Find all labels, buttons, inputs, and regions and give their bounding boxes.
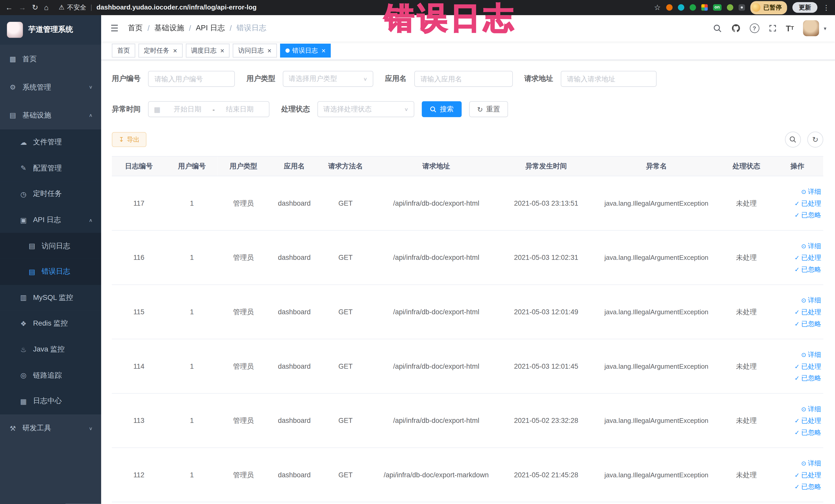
- toggle-search-button[interactable]: [785, 132, 801, 147]
- breadcrumb-item[interactable]: 基础设施: [154, 23, 184, 33]
- processed-link[interactable]: ✓已处理: [773, 251, 821, 263]
- sidebar-item-home[interactable]: ▩首页: [0, 45, 101, 73]
- processed-link[interactable]: ✓已处理: [773, 469, 821, 481]
- tab-job-log[interactable]: 调度日志×: [186, 44, 229, 58]
- timer-icon: ◷: [19, 190, 28, 198]
- cell-exception: java.lang.IllegalArgumentException: [591, 176, 721, 230]
- tab-close-icon[interactable]: ×: [173, 47, 177, 54]
- user-id-input[interactable]: [148, 71, 235, 87]
- tab-close-icon[interactable]: ×: [220, 47, 224, 54]
- sidebar-item-java-monitor[interactable]: ♨Java 监控: [0, 337, 101, 363]
- sidebar-collapse-icon[interactable]: ☰: [101, 23, 128, 34]
- refresh-table-button[interactable]: ↻: [807, 132, 823, 147]
- export-button[interactable]: ↧ 导出: [112, 132, 147, 147]
- check-icon: ✓: [794, 198, 799, 209]
- sidebar-item-error-log[interactable]: ▤错误日志: [0, 259, 101, 285]
- reload-icon[interactable]: ↻: [32, 4, 38, 11]
- request-url-input[interactable]: [561, 71, 656, 87]
- reset-button[interactable]: ↻ 重置: [469, 101, 508, 117]
- tab-job[interactable]: 定时任务×: [138, 44, 182, 58]
- tab-close-icon[interactable]: ×: [267, 47, 271, 54]
- chevron-down-icon[interactable]: ▾: [824, 25, 826, 31]
- detail-link[interactable]: ⊙详细: [773, 240, 821, 252]
- user-type-select[interactable]: 请选择用户类型 ∨: [283, 71, 373, 87]
- column-header: 请求方法名: [320, 156, 371, 176]
- sidebar-item-scheduled-jobs[interactable]: ◷定时任务: [0, 181, 101, 207]
- extension-icon[interactable]: [666, 4, 673, 11]
- user-avatar[interactable]: [803, 20, 819, 36]
- sidebar-item-log-center[interactable]: ▦日志中心: [0, 388, 101, 414]
- tab-close-icon[interactable]: ×: [322, 47, 326, 54]
- tab-label: 错误日志: [292, 46, 318, 55]
- detail-link[interactable]: ⊙详细: [773, 349, 821, 361]
- extension-icon[interactable]: [727, 4, 733, 11]
- sidebar-item-system-management[interactable]: ⚙系统管理∨: [0, 73, 101, 101]
- app-logo[interactable]: 芋道管理系统: [0, 15, 101, 45]
- help-icon[interactable]: ?: [750, 23, 759, 33]
- sidebar-item-mysql-monitor[interactable]: ▥MySQL 监控: [0, 285, 101, 311]
- tab-error-log[interactable]: 错误日志×: [280, 44, 331, 58]
- tab-access-log[interactable]: 访问日志×: [233, 44, 277, 58]
- github-icon[interactable]: [731, 23, 740, 33]
- chevron-down-icon: ∨: [89, 84, 93, 89]
- detail-link[interactable]: ⊙详细: [773, 186, 821, 198]
- processed-link[interactable]: ✓已处理: [773, 360, 821, 372]
- processed-link[interactable]: ✓已处理: [773, 198, 821, 209]
- breadcrumb-item[interactable]: 首页: [128, 23, 143, 33]
- refresh-icon: ↻: [477, 106, 483, 113]
- check-icon: ✓: [794, 469, 799, 481]
- processed-link[interactable]: ✓已处理: [773, 415, 821, 426]
- ignored-link[interactable]: ✓已忽略: [773, 426, 821, 438]
- process-status-select[interactable]: 请选择处理状态 ∨: [317, 101, 414, 117]
- ignored-link[interactable]: ✓已忽略: [773, 263, 821, 275]
- search-button[interactable]: 搜索: [422, 101, 462, 117]
- extensions-on-badge[interactable]: on: [713, 4, 721, 11]
- home-browser-icon[interactable]: ⌂: [44, 4, 49, 11]
- cell-status: 未处理: [721, 448, 771, 502]
- sidebar-item-file-management[interactable]: ☁文件管理: [0, 129, 101, 155]
- cell-actions: ⊙详细✓已处理✓已忽略: [771, 230, 823, 285]
- fullscreen-icon[interactable]: [768, 24, 777, 32]
- forward-icon[interactable]: →: [19, 4, 26, 11]
- ignored-link[interactable]: ✓已忽略: [773, 481, 821, 492]
- processed-link[interactable]: ✓已处理: [773, 306, 821, 318]
- column-header: 应用名: [269, 156, 320, 176]
- search-icon[interactable]: [713, 24, 722, 33]
- exception-time-range-picker[interactable]: ▦ 开始日期 - 结束日期: [148, 101, 269, 117]
- sidebar-item-api-log[interactable]: ▣API 日志∧: [0, 207, 101, 233]
- extension-pin-icon[interactable]: [738, 4, 745, 11]
- app-name-input[interactable]: [414, 71, 513, 87]
- ignored-link[interactable]: ✓已忽略: [773, 318, 821, 329]
- sidebar-item-redis-monitor[interactable]: ❖Redis 监控: [0, 311, 101, 337]
- sidebar-item-access-log[interactable]: ▤访问日志: [0, 233, 101, 259]
- cell-exception: java.lang.IllegalArgumentException: [591, 285, 721, 339]
- chevron-down-icon: ∨: [89, 426, 93, 430]
- security-badge[interactable]: ⚠ 不安全: [59, 3, 86, 12]
- detail-label: 详细: [808, 240, 821, 252]
- ignored-link[interactable]: ✓已忽略: [773, 372, 821, 384]
- detail-link[interactable]: ⊙详细: [773, 403, 821, 415]
- filter-app-name: 应用名: [385, 71, 513, 87]
- bookmark-star-icon[interactable]: ☆: [654, 4, 661, 11]
- breadcrumb-item[interactable]: API 日志: [196, 23, 225, 33]
- sidebar-item-config-management[interactable]: ✎配置管理: [0, 155, 101, 181]
- extension-icon[interactable]: [701, 4, 708, 11]
- font-size-icon[interactable]: TT: [786, 24, 794, 32]
- detail-link[interactable]: ⊙详细: [773, 457, 821, 469]
- browser-menu-icon[interactable]: ⋮: [823, 3, 830, 11]
- profile-chip[interactable]: 已暂停: [750, 1, 787, 14]
- address-bar[interactable]: ⚠ 不安全 | dashboard.yudao.iocoder.cn/infra…: [59, 3, 257, 12]
- back-icon[interactable]: ←: [5, 4, 13, 11]
- extension-icon[interactable]: [690, 4, 696, 11]
- sidebar-item-infrastructure[interactable]: ▤基础设施∧: [0, 101, 101, 129]
- ignored-link[interactable]: ✓已忽略: [773, 209, 821, 221]
- tab-home[interactable]: 首页: [112, 44, 135, 58]
- browser-update-button[interactable]: 更新: [792, 2, 817, 13]
- extension-icon[interactable]: [678, 4, 684, 11]
- detail-link[interactable]: ⊙详细: [773, 294, 821, 306]
- cell-log-id: 116: [112, 230, 166, 285]
- tab-bar: 首页定时任务×调度日志×访问日志×错误日志×: [101, 42, 835, 60]
- sidebar-item-trace[interactable]: ◎链路追踪: [0, 362, 101, 388]
- check-icon: ✓: [794, 372, 799, 384]
- sidebar-item-dev-tools[interactable]: ⚒研发工具∨: [0, 414, 101, 442]
